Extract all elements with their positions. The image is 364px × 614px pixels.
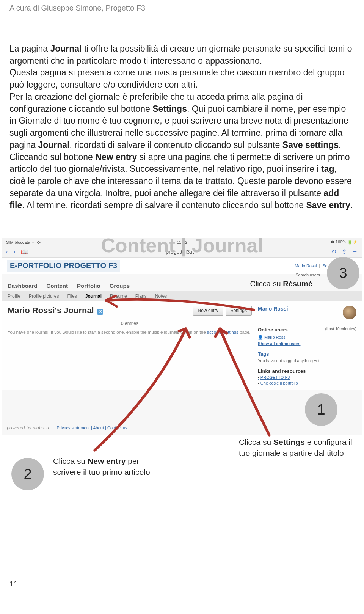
rss-icon[interactable]: ⦿: [97, 309, 103, 315]
text: .: [350, 200, 353, 210]
text: Clicca su: [250, 280, 283, 288]
mahara-logo: powered by mahara: [7, 425, 49, 431]
link-item[interactable]: •Che cos'è il portfolio: [258, 381, 356, 385]
about-link[interactable]: About: [93, 426, 104, 430]
online-meta: (Last 10 minutes): [325, 327, 356, 331]
back-icon[interactable]: ‹: [6, 248, 8, 255]
new-entry-button[interactable]: New entry: [193, 306, 223, 316]
safari-toolbar: ‹ › 📖 progettof3.it ↻ ⇪ ＋: [2, 246, 362, 258]
bold: Settings: [273, 438, 305, 446]
bold: tag: [321, 164, 334, 174]
online-users-heading: Online users (Last 10 minutes): [258, 327, 356, 333]
contact-link[interactable]: Contact us: [107, 426, 127, 430]
user-link[interactable]: Mario Rossi: [295, 264, 317, 268]
text: .: [339, 140, 341, 150]
subtab-profile-pictures[interactable]: Profile pictures: [29, 294, 59, 299]
bold: Settings: [152, 104, 187, 114]
settings-button[interactable]: Settings: [226, 306, 252, 316]
callout-caption-1: Clicca su Settings e configura il tuo gi…: [239, 437, 353, 459]
page-number: 11: [9, 579, 18, 588]
bold: New entry: [88, 457, 126, 465]
tab-groups[interactable]: Groups: [110, 283, 130, 289]
reload-icon[interactable]: ↻: [331, 248, 336, 255]
sub-tabs: Profile Profile pictures Files Journal R…: [2, 291, 362, 301]
privacy-link[interactable]: Privacy statement: [56, 426, 89, 430]
text: Online users: [258, 327, 288, 333]
text: page.: [238, 330, 251, 334]
text: Clicca su: [239, 438, 273, 446]
text: Che cos'è il portfolio: [260, 381, 298, 385]
sidebar-user-link[interactable]: Mario Rossi: [258, 306, 288, 312]
text: Questa pagina si presenta come una rivis…: [9, 68, 344, 90]
user-mini-avatar: 👤: [258, 335, 263, 339]
mahara-footer: powered by mahara Privacy statement | Ab…: [7, 425, 127, 431]
subtab-notes[interactable]: Notes: [155, 294, 167, 299]
callout-bubble-1: 1: [305, 393, 337, 426]
subtab-journal[interactable]: Journal: [85, 294, 102, 299]
mahara-topbar: E-PORTFOLIO PROGETTO F3 Mario Rossi | Se…: [2, 258, 362, 274]
bold: Journal: [50, 44, 82, 53]
main-column: Mario Rossi's Journal ⦿ New entry Settin…: [8, 306, 252, 385]
status-time: 11:32: [2, 240, 362, 245]
online-user-item: 👤 Mario Rossi: [258, 335, 356, 340]
text: . Al termine, ricordati sempre di salvar…: [22, 200, 306, 210]
text: , ricordati di salvare il contenuto clic…: [70, 140, 282, 150]
screenshot-container: Content | Journal SIM bloccata ᯤ ⟳ 11:32…: [0, 238, 364, 522]
account-settings-link[interactable]: account settings: [207, 330, 238, 334]
bold: New entry: [95, 152, 137, 162]
subtab-profile[interactable]: Profile: [8, 294, 20, 299]
bookmarks-icon[interactable]: 📖: [21, 248, 28, 255]
url-field[interactable]: progettof3.it: [34, 249, 326, 255]
ios-statusbar: SIM bloccata ᯤ ⟳ 11:32 ✱ 100% 🔋⚡: [2, 238, 362, 246]
online-user-link[interactable]: Mario Rossi: [264, 335, 286, 339]
avatar[interactable]: [343, 306, 356, 319]
journal-buttons: New entry Settings: [193, 306, 252, 316]
journal-heading: Mario Rossi's Journal: [8, 306, 94, 316]
search-users-label: Search users: [295, 273, 320, 277]
bold: Save entry: [306, 200, 350, 210]
subtab-files[interactable]: Files: [67, 294, 77, 299]
callout-caption-2: Clicca su New entry per scrivere il tuo …: [53, 456, 167, 477]
text: La pagina: [9, 44, 50, 53]
link-item[interactable]: •PROGETTO F3: [258, 375, 356, 380]
body-text: La pagina Journal ti offre la possibilit…: [0, 13, 364, 223]
tab-content[interactable]: Content: [46, 283, 68, 289]
tags-heading[interactable]: Tags: [258, 351, 269, 357]
tags-empty-msg: You have not tagged anything yet: [258, 358, 356, 363]
forward-icon[interactable]: ›: [13, 248, 15, 255]
bold: Journal: [38, 140, 69, 150]
content-area: Mario Rossi's Journal ⦿ New entry Settin…: [2, 301, 362, 390]
site-title[interactable]: E-PORTFOLIO PROGETTO F3: [7, 260, 120, 272]
tab-portfolio[interactable]: Portfolio: [77, 283, 100, 289]
bold: Résumé: [283, 280, 312, 288]
sidebar: Mario Rossi Online users (Last 10 minute…: [258, 306, 356, 385]
doc-header: A cura di Giuseppe Simone, Progetto F3: [0, 0, 364, 13]
callout-bubble-3: 3: [327, 257, 359, 289]
text: You have one journal. If you would like …: [8, 330, 207, 334]
bold: Save settings: [282, 140, 339, 150]
show-all-online-link[interactable]: Show all online users: [258, 341, 356, 346]
links-heading: Links and resources: [258, 368, 356, 374]
subtab-resume[interactable]: Résumé: [110, 294, 127, 299]
share-icon[interactable]: ⇪: [342, 248, 347, 255]
subtab-plans[interactable]: Plans: [135, 294, 147, 299]
text: Cliccando sul bottone: [9, 152, 95, 162]
new-tab-icon[interactable]: ＋: [352, 248, 358, 256]
sep: |: [319, 264, 320, 268]
entries-count: 0 entries: [8, 316, 252, 329]
text: PROGETTO F3: [260, 375, 290, 380]
resume-callout: Clicca su Résumé: [250, 280, 312, 288]
journal-info: You have one journal. If you would like …: [8, 329, 252, 335]
text: Clicca su: [53, 457, 88, 465]
tab-dashboard[interactable]: Dashboard: [8, 283, 37, 289]
callout-bubble-2: 2: [11, 458, 44, 490]
